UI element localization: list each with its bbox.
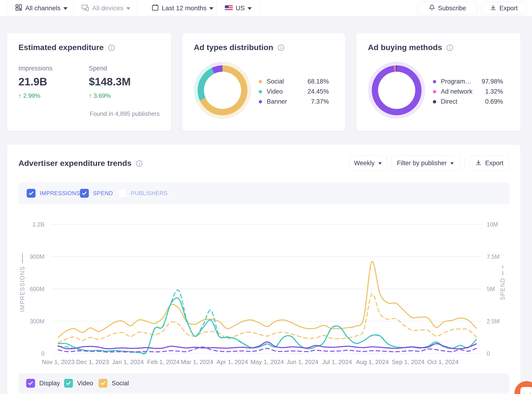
ad-types-legend-label: Banner [267,98,287,105]
estimated-expenditure-title: Estimated expenditure [19,43,104,52]
legend-dot-icon [259,80,262,83]
ad-buying-card: Ad buying methods Program…97.98%Ad netwo… [356,33,521,131]
checkbox-checked-icon[interactable] [64,379,73,388]
legend-dot-icon [259,90,262,93]
channels-grid-icon [15,4,22,13]
right-axis-tick: 10M [487,221,498,228]
top-toolbar: All channels All devices Last 12 months … [0,0,532,16]
series-toggle-display[interactable]: Display [26,379,60,388]
x-axis-tick: Aug 1, 2024 [356,358,389,365]
series-toggle-label: Social [112,380,129,387]
info-icon[interactable] [108,44,115,51]
left-axis-tick: 300M [30,318,44,325]
trends-card: Advertiser expenditure trends Weekly Fil… [7,144,521,394]
country-label: US [236,5,245,12]
ad-buying-donut-svg [365,59,428,122]
download-icon [490,4,497,12]
impressions-kpi-value: 21.9B [19,75,53,88]
us-flag-icon [225,5,233,11]
left-axis-tick: 900M [30,253,44,260]
series-line-video-impressions [58,298,476,353]
bell-icon [429,4,435,12]
ad-types-legend-value: 7.37% [311,98,329,105]
x-axis-tick: Mar 1, 2024 [181,358,213,365]
toolbar-export-button[interactable]: Export [481,2,527,15]
x-axis-tick: Dec 1, 2023 [76,358,109,365]
devices-label: All devices [92,5,123,12]
x-axis-tick: Jan 1, 2024 [112,358,144,365]
ad-buying-segment-program [370,64,423,117]
ad-types-legend-value: 24.45% [307,88,329,95]
ad-buying-legend-label: Ad network [441,88,472,95]
right-axis-tick: 0 [487,350,490,357]
checkbox-checked-icon[interactable] [26,379,35,388]
series-toggle-bar: DisplayVideoSocial [19,373,509,393]
left-axis-title: IMPRESSIONS [19,266,25,312]
ad-buying-title: Ad buying methods [368,43,442,52]
x-axis-tick: Jun 1, 2024 [287,358,318,365]
ad-types-legend-row: Banner7.37% [259,97,329,107]
spend-kpi-value: $148.3M [89,75,131,88]
ad-types-card: Ad types distribution Social68.18%Video2… [182,33,345,131]
series-toggle-video[interactable]: Video [64,379,93,388]
right-axis-tick: 2.5M [487,318,500,325]
legend-dot-icon [259,100,262,104]
devices-dropdown[interactable]: All devices [81,0,130,16]
publishers-note: Found in 4,895 publishers [90,110,160,117]
date-range-dropdown[interactable]: Last 12 months [152,0,213,16]
ad-buying-legend-value: 1.32% [485,88,503,95]
x-axis-tick: Feb 1, 2024 [147,358,180,365]
info-icon[interactable] [278,44,284,51]
legend-dot-icon [433,80,436,83]
ad-types-legend-value: 68.18% [307,78,329,85]
subscribe-button[interactable]: Subscribe [417,2,477,15]
ad-buying-donut-chart [365,59,428,122]
x-axis-tick: Sep 1, 2024 [392,358,425,365]
ad-buying-legend-value: 97.98% [481,78,503,85]
left-axis-tick: 1.2B [32,221,44,228]
info-icon[interactable] [446,44,453,51]
chevron-down-icon [209,7,213,10]
ad-buying-legend: Program…97.98%Ad network1.32%Direct0.69% [433,77,503,107]
impressions-kpi-label: Impressions [19,65,53,72]
card-title: Estimated expenditure [19,43,115,52]
series-line-social-impressions [58,261,476,337]
impressions-kpi-change: ↑ 2.99% [19,92,53,99]
left-axis-tick: 600M [30,286,44,292]
toolbar-export-label: Export [499,5,517,12]
series-toggle-social[interactable]: Social [99,379,129,388]
checkbox-checked-icon[interactable] [99,379,107,388]
country-dropdown[interactable]: US [225,0,252,16]
card-title: Ad buying methods [368,43,453,52]
ad-buying-legend-row: Ad network1.32% [433,87,503,97]
x-axis-tick: May 1, 2024 [250,358,284,365]
estimated-expenditure-card: Estimated expenditure Impressions 21.9B … [7,33,171,131]
ad-types-legend-row: Social68.18% [259,77,329,87]
channels-dropdown[interactable]: All channels [15,0,68,16]
left-axis-tick: 0 [41,350,44,357]
x-axis-tick: Nov 1, 2023 [42,358,75,365]
series-toggle-label: Display [39,380,60,387]
toolbar-separator [74,0,74,16]
chevron-down-icon [248,7,252,10]
toolbar-separator [216,0,217,16]
devices-icon [81,4,89,13]
ad-types-legend-label: Video [267,88,283,95]
ad-types-title: Ad types distribution [194,43,273,52]
ad-buying-legend-row: Program…97.98% [433,77,503,87]
ad-types-donut-svg [191,59,254,122]
impressions-kpi: Impressions 21.9B ↑ 2.99% [19,65,53,99]
ad-buying-legend-row: Direct0.69% [433,97,503,107]
legend-dot-icon [433,90,436,93]
chevron-down-icon [63,7,68,10]
ad-types-legend-label: Social [267,78,284,85]
legend-dot-icon [433,100,436,104]
right-axis-title: SPEND [499,278,506,300]
toolbar-separator [137,0,137,16]
spend-kpi-label: Spend [89,65,131,72]
calendar-icon [152,4,159,13]
toolbar-separator [261,0,261,16]
ad-buying-legend-value: 0.69% [485,98,503,105]
subscribe-label: Subscribe [438,5,466,12]
channels-label: All channels [25,5,61,12]
